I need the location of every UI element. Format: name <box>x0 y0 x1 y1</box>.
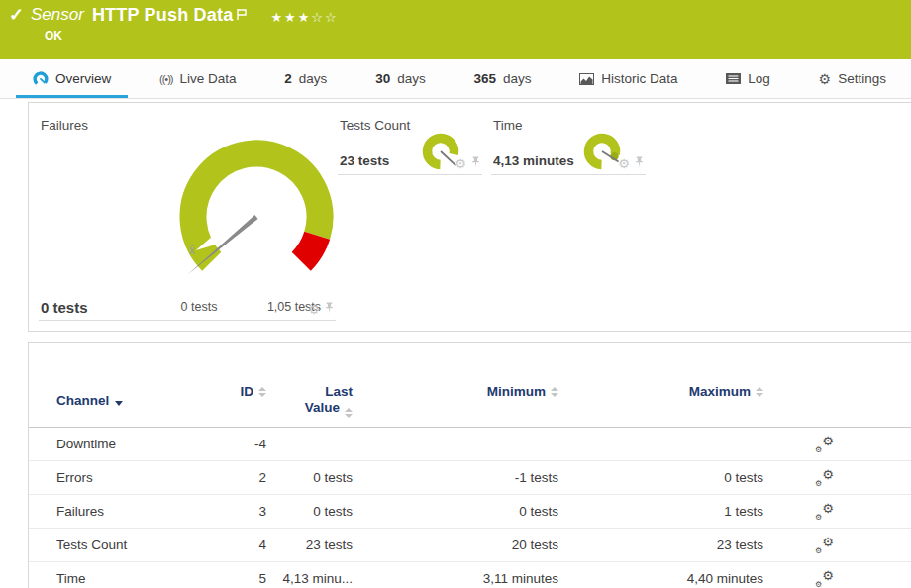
sensor-title: HTTP Push Data <box>92 3 234 27</box>
maximum-value: 1 tests <box>558 504 763 519</box>
edit-channel-gears-icon[interactable]: ⚙⚙ <box>816 470 834 486</box>
gauge-title: Tests Count <box>340 118 410 133</box>
gauge-value: 23 tests <box>340 153 389 168</box>
last-value: 0 tests <box>266 504 353 519</box>
pin-icon[interactable] <box>325 300 334 318</box>
column-label: Minimum <box>487 384 546 400</box>
flag-icon[interactable] <box>237 3 247 27</box>
channel-name[interactable]: Errors <box>29 470 217 485</box>
last-value: 4,13 minu... <box>266 571 353 586</box>
column-header-minimum[interactable]: Minimum <box>353 384 558 418</box>
minimum-value: 3,11 minutes <box>353 571 558 586</box>
gauge-title: Time <box>493 118 523 133</box>
tab-30-days[interactable]: 30 days <box>366 59 435 98</box>
tab-live-data[interactable]: ((•)) Live Data <box>151 59 246 98</box>
channel-table-panel: Channel ID Last Value Minimum Maximum Do… <box>28 342 911 588</box>
priority-stars[interactable]: ★★★☆☆ <box>270 6 338 30</box>
channel-id: 5 <box>217 571 266 586</box>
tab-label: Overview <box>55 71 111 86</box>
channel-name[interactable]: Downtime <box>29 437 217 451</box>
channel-name[interactable]: Tests Count <box>29 538 217 552</box>
minimum-value: 0 tests <box>353 504 558 519</box>
gauge-scale-min: 0 tests <box>159 300 239 314</box>
table-row-time: Time 5 4,13 minu... 3,11 minutes 4,40 mi… <box>29 562 911 588</box>
gauge-title: Failures <box>41 118 88 133</box>
maximum-value: 0 tests <box>558 470 763 485</box>
tab-label: Settings <box>838 71 886 86</box>
channel-name[interactable]: Time <box>29 571 217 586</box>
sort-desc-icon <box>115 401 123 406</box>
minimum-value: -1 tests <box>353 470 558 485</box>
last-value: 23 tests <box>266 538 353 552</box>
table-row-downtime: Downtime -4 ⚙⚙ <box>29 428 911 461</box>
column-header-channel[interactable]: Channel <box>29 384 217 418</box>
tab-settings[interactable]: ⚙ Settings <box>810 59 895 98</box>
gauge-settings-gear-icon[interactable]: ⚙ <box>618 157 630 170</box>
table-row-failures: Failures 3 0 tests 0 tests 1 tests ⚙⚙ <box>29 495 911 529</box>
tab-bar: Overview ((•)) Live Data 2 days 30 days … <box>0 59 911 99</box>
minimum-value: 20 tests <box>353 538 558 552</box>
edit-channel-gears-icon[interactable]: ⚙⚙ <box>816 437 834 452</box>
tab-label: days <box>299 71 328 86</box>
tab-label: days <box>397 71 426 86</box>
maximum-value: 23 tests <box>558 538 763 552</box>
tab-label: Historic Data <box>601 71 677 86</box>
object-kind-label: Sensor <box>31 3 84 27</box>
channel-id: 2 <box>217 470 266 485</box>
failures-gauge <box>152 116 360 314</box>
tab-number: 2 <box>284 71 292 86</box>
gauge-settings-gear-icon[interactable]: ⚙ <box>455 157 466 170</box>
last-value: 0 tests <box>266 470 353 485</box>
tab-overview[interactable]: Overview <box>24 59 120 98</box>
tab-2-days[interactable]: 2 days <box>275 59 336 98</box>
edit-channel-gears-icon[interactable]: ⚙⚙ <box>816 504 834 520</box>
pin-icon[interactable] <box>635 154 644 172</box>
gauge-value: 0 tests <box>41 299 88 316</box>
gear-icon: ⚙ <box>819 72 832 86</box>
table-row-tests-count: Tests Count 4 23 tests 20 tests 23 tests… <box>29 529 911 562</box>
sort-icon <box>258 387 266 397</box>
channel-id: 3 <box>217 504 266 519</box>
pin-icon[interactable] <box>471 154 480 172</box>
edit-channel-gears-icon[interactable]: ⚙⚙ <box>816 538 834 553</box>
gauge-settings-gear-icon[interactable]: ⚙ <box>308 303 320 316</box>
column-label: Maximum <box>689 384 751 400</box>
tab-365-days[interactable]: 365 days <box>464 59 540 98</box>
sort-icon <box>551 387 558 397</box>
ok-check-icon: ✓ <box>9 4 24 26</box>
broadcast-icon: ((•)) <box>159 73 173 85</box>
channel-id: -4 <box>217 437 266 451</box>
gauges-panel: Failures x̄ 0 tests 1,05 tests 0 tests ⚙… <box>28 102 911 332</box>
tab-historic-data[interactable]: Historic Data <box>570 59 686 98</box>
sort-icon <box>756 387 763 397</box>
maximum-value: 4,40 minutes <box>558 571 763 586</box>
column-label: ID <box>241 384 254 400</box>
tab-number: 365 <box>473 71 496 86</box>
sort-icon <box>345 408 353 418</box>
failures-gauge-cell: Failures x̄ 0 tests 1,05 tests 0 tests ⚙ <box>39 113 336 321</box>
channel-id: 4 <box>217 538 266 552</box>
channel-table-header: Channel ID Last Value Minimum Maximum <box>29 384 911 428</box>
status-badge: OK <box>45 29 62 43</box>
edit-channel-gears-icon[interactable]: ⚙⚙ <box>816 571 834 587</box>
table-row-errors: Errors 2 0 tests -1 tests 0 tests ⚙⚙ <box>29 461 911 495</box>
column-label: Channel <box>56 393 109 409</box>
channel-name[interactable]: Failures <box>29 504 217 519</box>
column-header-id[interactable]: ID <box>217 384 266 418</box>
tab-number: 30 <box>375 71 390 86</box>
tests-count-gauge-cell: Tests Count 23 tests ⚙ <box>338 113 482 175</box>
gauge-icon <box>33 71 49 87</box>
sensor-status-header: ✓ Sensor HTTP Push Data ★★★☆☆ OK <box>0 0 911 59</box>
column-header-maximum[interactable]: Maximum <box>558 384 763 418</box>
tab-label: days <box>503 71 532 86</box>
average-marker: x̄ <box>189 244 195 257</box>
tab-label: Log <box>748 71 770 86</box>
column-header-last-value[interactable]: Last Value <box>266 384 353 418</box>
tab-log[interactable]: Log <box>717 59 779 98</box>
tab-label: Live Data <box>180 71 237 86</box>
chart-icon <box>579 73 594 85</box>
log-list-icon <box>726 73 741 84</box>
gauge-value: 4,13 minutes <box>493 153 574 168</box>
time-gauge-cell: Time 4,13 minutes ⚙ <box>491 113 646 175</box>
